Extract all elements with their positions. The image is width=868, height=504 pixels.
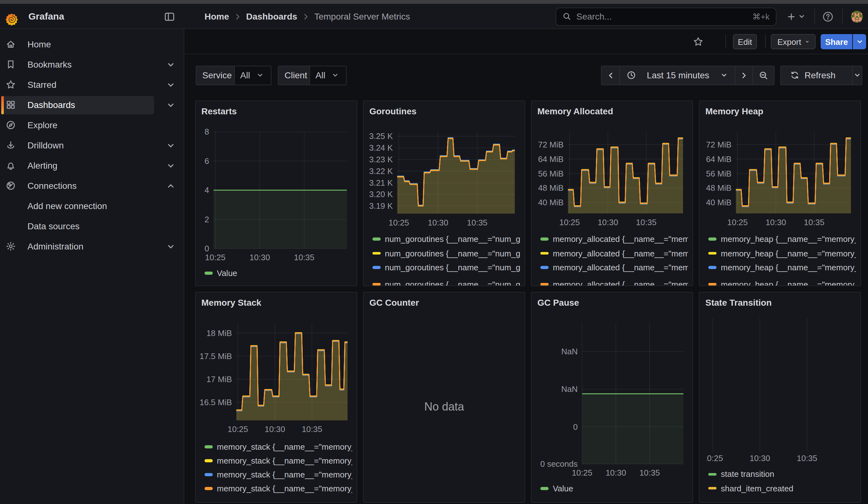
breadcrumb-home[interactable]: Home <box>205 11 229 21</box>
edit-button[interactable]: Edit <box>733 34 757 49</box>
time-shift-forward-button[interactable] <box>735 66 753 84</box>
legend-item[interactable]: num_goroutines {__name__="num_goroutines… <box>372 233 520 245</box>
share-dropdown-button[interactable] <box>853 34 866 49</box>
sidebar-item-starred[interactable]: Starred <box>0 74 184 95</box>
svg-text:17.5 MiB: 17.5 MiB <box>199 352 232 361</box>
legend-color-pill <box>204 473 213 476</box>
legend-item[interactable]: memory_allocated {__name__="memory_alloc… <box>540 262 688 273</box>
chevron-up-icon[interactable] <box>166 181 175 191</box>
svg-text:10:25: 10:25 <box>559 217 580 227</box>
legend-item[interactable]: state transition <box>708 469 856 480</box>
svg-text:40 MiB: 40 MiB <box>706 197 732 207</box>
time-zoom-out-button[interactable] <box>753 66 774 84</box>
add-new-button[interactable] <box>783 9 809 24</box>
refresh-button[interactable]: Refresh <box>781 66 852 84</box>
legend-color-pill <box>708 252 716 255</box>
legend-item[interactable]: num_goroutines {__name__="num_goroutines… <box>372 278 520 286</box>
legend-label: memory_stack {__name__="memory_stack" <box>217 456 352 465</box>
user-avatar[interactable] <box>851 11 863 23</box>
time-shift-back-button[interactable] <box>602 66 619 84</box>
legend-item[interactable]: memory_heap {__name__="memory_heap" <box>708 278 856 286</box>
star-favorite-icon[interactable] <box>693 37 703 47</box>
legend-label: num_goroutines {__name__="num_goroutines… <box>385 248 520 258</box>
chevron-down-icon[interactable] <box>166 141 175 150</box>
legend-item[interactable]: memory_stack {__name__="memory_stack" <box>204 469 352 480</box>
share-button[interactable]: Share <box>821 34 852 49</box>
sidebar-item-administration[interactable]: Administration <box>0 236 184 256</box>
legend-item[interactable]: num_goroutines {__name__="num_goroutines… <box>372 262 520 273</box>
legend-item[interactable]: memory_stack {__name__="memory_stack" <box>204 455 352 466</box>
legend-item[interactable]: memory_allocated {__name__="memory_alloc… <box>540 233 688 245</box>
service-variable-dropdown[interactable]: All <box>235 66 270 84</box>
sidebar-item-label: Explore <box>28 115 58 135</box>
svg-text:10:30: 10:30 <box>249 252 270 262</box>
breadcrumb-dashboards[interactable]: Dashboards <box>246 11 297 21</box>
star-icon <box>6 80 16 90</box>
clock-icon <box>627 71 636 80</box>
chevron-down-icon[interactable] <box>166 100 175 110</box>
legend-item[interactable]: num_goroutines {__name__="num_goroutines… <box>372 248 520 259</box>
legend-item[interactable]: memory_heap {__name__="memory_heap" <box>708 248 856 259</box>
sidebar-item-explore[interactable]: Explore <box>0 115 184 135</box>
svg-text:10:30: 10:30 <box>750 454 770 463</box>
legend-color-pill <box>372 266 380 269</box>
svg-text:10:25: 10:25 <box>205 252 226 262</box>
bell-icon <box>6 161 16 171</box>
legend-item[interactable]: memory_stack {__name__="memory_stack" <box>204 441 352 453</box>
time-range-picker[interactable]: Last 15 minutes <box>619 66 735 84</box>
sidebar-item-dashboards[interactable]: Dashboards <box>0 95 184 115</box>
svg-text:48 MiB: 48 MiB <box>706 183 732 192</box>
legend-color-pill <box>204 487 213 490</box>
svg-text:10:25: 10:25 <box>727 217 748 227</box>
sidebar-toggle-icon[interactable] <box>164 11 175 22</box>
restarts-chart[interactable]: 8642010:2510:3010:35 <box>196 101 356 285</box>
chevron-down-icon[interactable] <box>166 80 175 89</box>
export-button[interactable]: Export <box>771 34 815 49</box>
grafana-logo-icon[interactable] <box>5 13 18 27</box>
refresh-interval-dropdown[interactable] <box>852 66 862 84</box>
sidebar-item-add-new-connection[interactable]: Add new connection <box>0 196 184 216</box>
svg-text:3.19 K: 3.19 K <box>369 201 393 210</box>
legend-item[interactable]: memory_heap {__name__="memory_heap" <box>708 233 856 245</box>
gc-pause-chart[interactable]: NaNNaN00 seconds10:2510:3010:35 <box>531 293 693 502</box>
legend-item[interactable]: memory_stack {__name__="memory_stack" <box>204 483 352 494</box>
legend-item[interactable]: memory_allocated {__name__="memory_alloc… <box>540 278 688 286</box>
chevron-down-icon[interactable] <box>166 241 175 251</box>
svg-text:0: 0 <box>205 244 209 253</box>
client-variable-dropdown[interactable]: All <box>310 66 346 84</box>
legend-item[interactable]: shard_item_created <box>708 483 856 494</box>
legend-item[interactable]: memory_heap {__name__="memory_heap" <box>708 262 856 273</box>
sidebar-item-bookmarks[interactable]: Bookmarks <box>0 54 184 74</box>
search-icon <box>562 12 571 21</box>
legend-item[interactable]: Value <box>204 267 352 279</box>
sidebar-item-home[interactable]: Home <box>0 34 184 54</box>
sidebar-item-alerting[interactable]: Alerting <box>0 155 184 176</box>
dashboard-toolbar: Edit Export Share <box>184 29 868 54</box>
svg-text:10:25: 10:25 <box>228 425 248 434</box>
home-icon <box>6 39 16 49</box>
svg-text:72 MiB: 72 MiB <box>706 140 732 149</box>
help-icon[interactable] <box>823 11 833 22</box>
legend-color-pill <box>708 473 716 475</box>
legend-item[interactable]: memory_allocated {__name__="memory_alloc… <box>540 248 688 259</box>
chevron-down-icon <box>256 71 264 79</box>
apps-icon <box>6 100 16 110</box>
chevron-down-icon <box>798 13 806 20</box>
panel-gc-counter: GC CounterNo data <box>363 292 525 503</box>
sidebar-item-connections[interactable]: Connections <box>0 176 184 196</box>
sidebar-item-label: Home <box>28 34 51 54</box>
chevron-right-icon <box>302 12 310 21</box>
chevron-down-icon[interactable] <box>166 161 175 170</box>
sidebar-item-drilldown[interactable]: Drilldown <box>0 135 184 155</box>
panel-title[interactable]: GC Counter <box>369 298 419 308</box>
panel-gc-pause: GC PauseNaNNaN00 seconds10:2510:3010:35V… <box>531 292 693 503</box>
breadcrumb-current-page: Temporal Server Metrics <box>314 11 410 21</box>
chevron-down-icon <box>332 71 339 79</box>
svg-text:10:30: 10:30 <box>265 425 285 434</box>
legend-color-pill <box>708 238 716 240</box>
sidebar-item-data-sources[interactable]: Data sources <box>0 216 184 236</box>
chevron-down-icon[interactable] <box>166 60 175 69</box>
svg-text:10:30: 10:30 <box>606 468 626 478</box>
legend-item[interactable]: Value <box>540 483 688 494</box>
search-input[interactable]: Search... ⌘+k <box>556 7 776 25</box>
